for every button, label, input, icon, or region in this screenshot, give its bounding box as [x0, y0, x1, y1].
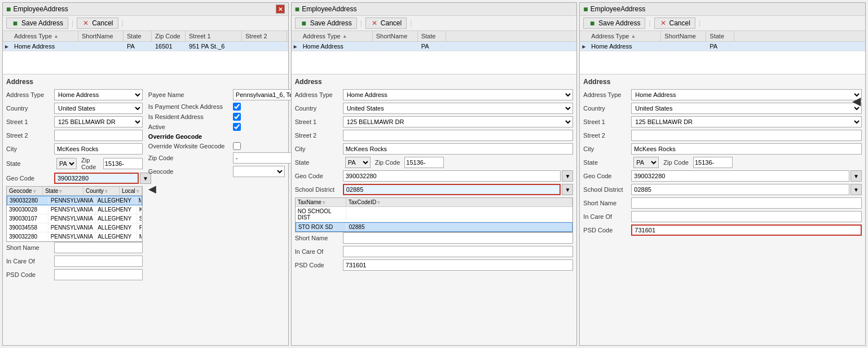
- input-school-2[interactable]: [343, 184, 561, 195]
- label-street2-3: Street 2: [583, 132, 631, 139]
- grid-row-3[interactable]: ► Home Address PA: [580, 42, 865, 51]
- select-override-geo-1[interactable]: [233, 166, 285, 177]
- checkbox-active-1[interactable]: [233, 123, 241, 131]
- input-city-2[interactable]: [343, 143, 574, 155]
- control-street1-1: 125 BELLMAWR DR: [54, 116, 143, 127]
- title-bar-3: ■ EmployeeAddress: [580, 3, 865, 16]
- cursor-area-1: ◀: [148, 183, 285, 195]
- school-wrapper-2: ▼: [343, 184, 574, 195]
- checkbox-resident-1[interactable]: [233, 113, 241, 121]
- dt-row-3-1[interactable]: 390034558 PENNSYLVANIA ALLEGHENY ROBINSO…: [7, 223, 142, 232]
- label-zip-1: Zip Code: [81, 157, 99, 170]
- dt-row-0-1[interactable]: 390032280 PENNSYLVANIA ALLEGHENY MCKEES …: [7, 196, 142, 205]
- filter-icon-taxname-2: ▿: [323, 200, 325, 205]
- dt-row-2-1[interactable]: 390030107 PENNSYLVANIA ALLEGHENY STOWE T…: [7, 214, 142, 223]
- input-incareof-2[interactable]: [343, 246, 574, 257]
- geocode-dropdown-btn-3[interactable]: ▼: [851, 170, 862, 182]
- input-zip-1[interactable]: [103, 158, 143, 169]
- input-incareof-3[interactable]: [631, 211, 862, 222]
- input-shortname-3[interactable]: [631, 197, 862, 209]
- label-incareof-3: In Care Of: [583, 213, 631, 220]
- input-shortname-2[interactable]: [343, 232, 574, 244]
- input-geocode-3[interactable]: [631, 170, 849, 182]
- grid-spacer-1: [3, 51, 288, 74]
- select-country-1[interactable]: United States: [54, 103, 143, 114]
- grid-cell-zip-1: 16501: [152, 42, 186, 51]
- input-geocode-2[interactable]: [343, 170, 561, 182]
- input-incareof-1[interactable]: [54, 256, 143, 267]
- select-country-3[interactable]: United States: [631, 103, 862, 114]
- input-street2-3[interactable]: [631, 130, 862, 141]
- save-address-button-3[interactable]: ■ Save Address: [583, 17, 645, 29]
- title-bar-1: ■ EmployeeAddress ✕: [3, 3, 288, 16]
- sd-row-1-2[interactable]: STO ROX SD 02885: [296, 222, 573, 232]
- select-street1-3[interactable]: 125 BELLMAWR DR: [631, 116, 862, 127]
- geocode-dropdown-header-1: Geocode ▿ State ▿ County ▿ Local ▿: [7, 187, 142, 196]
- cancel-button-3[interactable]: ✕ Cancel: [654, 17, 695, 29]
- select-country-2[interactable]: United States: [343, 103, 574, 114]
- grid-area-3: Address Type ▲ ShortName State ► Home Ad…: [580, 31, 865, 74]
- select-type-1[interactable]: Home Address: [54, 89, 143, 100]
- dt-row-4-1[interactable]: 390032280 PENNSYLVANIA ALLEGHENY MC KEES…: [7, 232, 142, 241]
- control-country-3: United States: [631, 103, 862, 114]
- cancel-button-1[interactable]: ✕ Cancel: [77, 17, 118, 29]
- input-shortname-1[interactable]: [54, 242, 143, 253]
- override-worksite-row-1: Override Worksite Geocode: [148, 142, 285, 150]
- school-wrapper-3: ▼: [631, 184, 862, 195]
- control-psd-1: [54, 269, 143, 280]
- grid-col-type-2: Address Type ▲: [299, 31, 373, 41]
- cancel-button-2[interactable]: ✕ Cancel: [365, 17, 407, 29]
- input-psd-3[interactable]: [631, 224, 862, 236]
- input-street2-1[interactable]: [54, 130, 143, 141]
- control-city-1: [54, 143, 143, 155]
- dt-col-geocode-1: Geocode ▿: [7, 187, 43, 195]
- panel-2: ■ EmployeeAddress ■ Save Address | ✕ Can…: [291, 2, 578, 346]
- select-state-3[interactable]: PA: [633, 157, 659, 168]
- input-psd-2[interactable]: [343, 259, 574, 271]
- dt-row-1-1[interactable]: 390030028 PENNSYLVANIA ALLEGHENY KENNEDY…: [7, 205, 142, 214]
- label-type-3: Address Type: [583, 91, 631, 98]
- close-button-1[interactable]: ✕: [276, 5, 285, 14]
- input-school-3[interactable]: [631, 184, 849, 195]
- input-city-3[interactable]: [631, 143, 862, 155]
- input-street2-2[interactable]: [343, 130, 574, 141]
- select-state-2[interactable]: PA: [345, 157, 371, 168]
- grid-row-2[interactable]: ► Home Address PA: [292, 42, 577, 51]
- window-title-3: EmployeeAddress: [591, 5, 645, 13]
- select-street1-1[interactable]: 125 BELLMAWR DR: [54, 116, 143, 127]
- select-type-2[interactable]: Home Address: [343, 89, 574, 100]
- separator-2: |: [122, 19, 124, 27]
- geocode-dropdown-btn-2[interactable]: ▼: [562, 170, 573, 182]
- label-country-2: Country: [295, 105, 343, 112]
- select-type-3[interactable]: Home Address: [631, 89, 862, 100]
- select-street1-2[interactable]: 125 BELLMAWR DR: [343, 116, 574, 127]
- toolbar-1: ■ Save Address | ✕ Cancel |: [3, 16, 288, 31]
- separator-4: |: [410, 19, 412, 27]
- sd-col-taxcodeid-2: TaxCodeID ▿: [346, 198, 573, 206]
- save-address-button-1[interactable]: ■ Save Address: [6, 17, 68, 29]
- form-row-street2-1: Street 2: [6, 130, 143, 141]
- grid-row-1[interactable]: ► Home Address PA 16501 951 PA St._6: [3, 42, 288, 51]
- form-row-psd-3: PSD Code: [583, 224, 862, 236]
- dt-col-state-1: State ▿: [43, 187, 83, 195]
- filter-icon-geocode-1: ▿: [33, 188, 36, 194]
- school-dropdown-btn-3[interactable]: ▼: [851, 184, 862, 195]
- input-geocode-1[interactable]: [54, 173, 139, 184]
- dt-cell-local-4-1: MC KEES ROCKS: [137, 232, 142, 241]
- sd-row-0-2[interactable]: NO SCHOOL DIST: [296, 207, 573, 222]
- save-address-button-2[interactable]: ■ Save Address: [295, 17, 357, 29]
- input-city-1[interactable]: [54, 143, 143, 155]
- checkbox-override-worksite-1[interactable]: [233, 142, 241, 150]
- select-state-1[interactable]: PA: [56, 158, 77, 169]
- input-zip-2[interactable]: [404, 157, 444, 168]
- geocode-dropdown-1: Geocode ▿ State ▿ County ▿ Local ▿ 39003…: [6, 186, 143, 242]
- dt-cell-geocode-3-1: 390034558: [7, 223, 49, 232]
- school-dropdown-btn-2[interactable]: ▼: [562, 184, 573, 195]
- grid-col-shortname-2: ShortName: [373, 31, 418, 41]
- label-country-1: Country: [6, 105, 54, 112]
- input-zip-3[interactable]: [693, 157, 733, 168]
- input-psd-1[interactable]: [54, 269, 143, 280]
- checkbox-payment-1[interactable]: [233, 103, 241, 111]
- grid-col-state-3: State: [706, 31, 734, 41]
- grid-header-1: Address Type ▲ ShortName State Zip Code …: [3, 31, 288, 42]
